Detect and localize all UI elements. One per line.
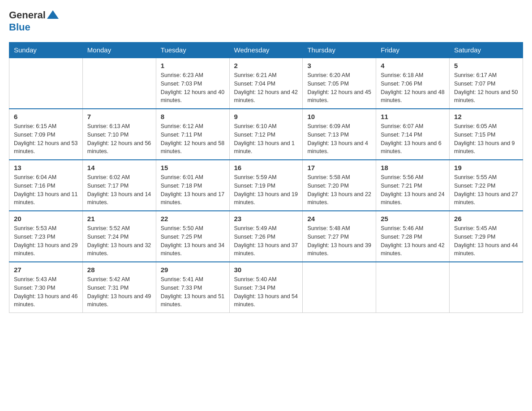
svg-marker-0 [47,10,59,19]
day-sun-info: Sunrise: 6:13 AMSunset: 7:10 PMDaylight:… [87,122,151,156]
calendar-header: SundayMondayTuesdayWednesdayThursdayFrid… [9,43,523,58]
days-of-week-row: SundayMondayTuesdayWednesdayThursdayFrid… [9,43,523,58]
calendar-cell: 25Sunrise: 5:46 AMSunset: 7:28 PMDayligh… [376,211,450,262]
day-of-week-header: Tuesday [156,43,229,58]
day-number: 25 [381,215,445,223]
page-header: GeneralBlue [9,9,523,33]
calendar-cell: 10Sunrise: 6:09 AMSunset: 7:13 PMDayligh… [303,109,376,160]
day-sun-info: Sunrise: 5:49 AMSunset: 7:26 PMDaylight:… [234,224,298,258]
day-sun-info: Sunrise: 6:18 AMSunset: 7:06 PMDaylight:… [381,71,445,105]
day-sun-info: Sunrise: 5:40 AMSunset: 7:34 PMDaylight:… [234,275,298,309]
week-row: 27Sunrise: 5:43 AMSunset: 7:30 PMDayligh… [9,262,523,313]
calendar-cell: 19Sunrise: 5:55 AMSunset: 7:22 PMDayligh… [450,160,523,211]
day-sun-info: Sunrise: 5:50 AMSunset: 7:25 PMDaylight:… [161,224,225,258]
day-sun-info: Sunrise: 5:41 AMSunset: 7:33 PMDaylight:… [161,275,225,309]
calendar-cell [450,262,523,313]
day-number: 13 [14,164,78,171]
week-row: 13Sunrise: 6:04 AMSunset: 7:16 PMDayligh… [9,160,523,211]
day-sun-info: Sunrise: 5:59 AMSunset: 7:19 PMDaylight:… [234,173,298,207]
day-sun-info: Sunrise: 6:21 AMSunset: 7:04 PMDaylight:… [234,71,298,105]
day-number: 10 [307,113,371,120]
calendar-cell: 1Sunrise: 6:23 AMSunset: 7:03 PMDaylight… [156,58,229,109]
day-sun-info: Sunrise: 6:12 AMSunset: 7:11 PMDaylight:… [161,122,225,156]
day-sun-info: Sunrise: 5:52 AMSunset: 7:24 PMDaylight:… [87,224,151,258]
calendar-cell: 21Sunrise: 5:52 AMSunset: 7:24 PMDayligh… [82,211,156,262]
day-number: 12 [454,113,518,120]
calendar-cell: 27Sunrise: 5:43 AMSunset: 7:30 PMDayligh… [9,262,83,313]
day-number: 22 [161,215,225,223]
day-number: 2 [234,62,298,69]
day-sun-info: Sunrise: 6:15 AMSunset: 7:09 PMDaylight:… [14,122,78,156]
day-sun-info: Sunrise: 5:42 AMSunset: 7:31 PMDaylight:… [87,275,151,309]
logo-blue-text: Blue [9,21,30,33]
calendar-cell: 16Sunrise: 5:59 AMSunset: 7:19 PMDayligh… [229,160,303,211]
day-number: 20 [14,215,78,223]
day-sun-info: Sunrise: 6:23 AMSunset: 7:03 PMDaylight:… [161,71,225,105]
calendar-cell: 15Sunrise: 6:01 AMSunset: 7:18 PMDayligh… [156,160,229,211]
day-of-week-header: Sunday [9,43,83,58]
day-number: 7 [87,113,151,120]
day-number: 23 [234,215,298,223]
day-sun-info: Sunrise: 5:53 AMSunset: 7:23 PMDaylight:… [14,224,78,258]
calendar-cell: 18Sunrise: 5:56 AMSunset: 7:21 PMDayligh… [376,160,450,211]
calendar-cell: 24Sunrise: 5:48 AMSunset: 7:27 PMDayligh… [303,211,376,262]
day-sun-info: Sunrise: 5:45 AMSunset: 7:29 PMDaylight:… [454,224,518,258]
day-number: 5 [454,62,518,69]
logo-general-text: General [9,9,46,21]
day-of-week-header: Saturday [450,43,523,58]
day-sun-info: Sunrise: 5:55 AMSunset: 7:22 PMDaylight:… [454,173,518,207]
day-number: 27 [14,266,78,274]
calendar-cell [9,58,83,109]
day-number: 21 [87,215,151,223]
day-sun-info: Sunrise: 5:48 AMSunset: 7:27 PMDaylight:… [307,224,371,258]
calendar-body: 1Sunrise: 6:23 AMSunset: 7:03 PMDaylight… [9,58,523,313]
calendar-cell: 20Sunrise: 5:53 AMSunset: 7:23 PMDayligh… [9,211,83,262]
logo-icon [47,9,59,21]
calendar-cell: 22Sunrise: 5:50 AMSunset: 7:25 PMDayligh… [156,211,229,262]
calendar-cell: 13Sunrise: 6:04 AMSunset: 7:16 PMDayligh… [9,160,83,211]
day-sun-info: Sunrise: 5:43 AMSunset: 7:30 PMDaylight:… [14,275,78,309]
calendar-cell: 4Sunrise: 6:18 AMSunset: 7:06 PMDaylight… [376,58,450,109]
calendar-cell: 23Sunrise: 5:49 AMSunset: 7:26 PMDayligh… [229,211,303,262]
day-number: 6 [14,113,78,120]
calendar-cell: 30Sunrise: 5:40 AMSunset: 7:34 PMDayligh… [229,262,303,313]
day-sun-info: Sunrise: 5:56 AMSunset: 7:21 PMDaylight:… [381,173,445,207]
calendar-cell: 7Sunrise: 6:13 AMSunset: 7:10 PMDaylight… [82,109,156,160]
day-number: 4 [381,62,445,69]
day-sun-info: Sunrise: 6:09 AMSunset: 7:13 PMDaylight:… [307,122,371,156]
day-sun-info: Sunrise: 6:05 AMSunset: 7:15 PMDaylight:… [454,122,518,156]
day-number: 9 [234,113,298,120]
calendar-cell: 11Sunrise: 6:07 AMSunset: 7:14 PMDayligh… [376,109,450,160]
calendar-cell [376,262,450,313]
calendar-cell: 28Sunrise: 5:42 AMSunset: 7:31 PMDayligh… [82,262,156,313]
day-number: 3 [307,62,371,69]
day-number: 15 [161,164,225,171]
day-number: 29 [161,266,225,274]
calendar-cell: 26Sunrise: 5:45 AMSunset: 7:29 PMDayligh… [450,211,523,262]
day-number: 1 [161,62,225,69]
day-of-week-header: Friday [376,43,450,58]
calendar-cell: 3Sunrise: 6:20 AMSunset: 7:05 PMDaylight… [303,58,376,109]
day-sun-info: Sunrise: 5:58 AMSunset: 7:20 PMDaylight:… [307,173,371,207]
calendar-cell: 17Sunrise: 5:58 AMSunset: 7:20 PMDayligh… [303,160,376,211]
day-number: 18 [381,164,445,171]
week-row: 6Sunrise: 6:15 AMSunset: 7:09 PMDaylight… [9,109,523,160]
day-number: 17 [307,164,371,171]
day-of-week-header: Monday [82,43,156,58]
day-sun-info: Sunrise: 5:46 AMSunset: 7:28 PMDaylight:… [381,224,445,258]
calendar-cell: 9Sunrise: 6:10 AMSunset: 7:12 PMDaylight… [229,109,303,160]
calendar-cell: 12Sunrise: 6:05 AMSunset: 7:15 PMDayligh… [450,109,523,160]
logo: GeneralBlue [9,9,60,33]
day-sun-info: Sunrise: 6:07 AMSunset: 7:14 PMDaylight:… [381,122,445,156]
day-sun-info: Sunrise: 6:04 AMSunset: 7:16 PMDaylight:… [14,173,78,207]
calendar-cell: 5Sunrise: 6:17 AMSunset: 7:07 PMDaylight… [450,58,523,109]
calendar-cell: 14Sunrise: 6:02 AMSunset: 7:17 PMDayligh… [82,160,156,211]
calendar-cell: 6Sunrise: 6:15 AMSunset: 7:09 PMDaylight… [9,109,83,160]
day-of-week-header: Thursday [303,43,376,58]
day-number: 26 [454,215,518,223]
day-number: 19 [454,164,518,171]
day-sun-info: Sunrise: 6:17 AMSunset: 7:07 PMDaylight:… [454,71,518,105]
day-sun-info: Sunrise: 6:10 AMSunset: 7:12 PMDaylight:… [234,122,298,156]
calendar-table: SundayMondayTuesdayWednesdayThursdayFrid… [9,42,523,313]
calendar-cell: 8Sunrise: 6:12 AMSunset: 7:11 PMDaylight… [156,109,229,160]
